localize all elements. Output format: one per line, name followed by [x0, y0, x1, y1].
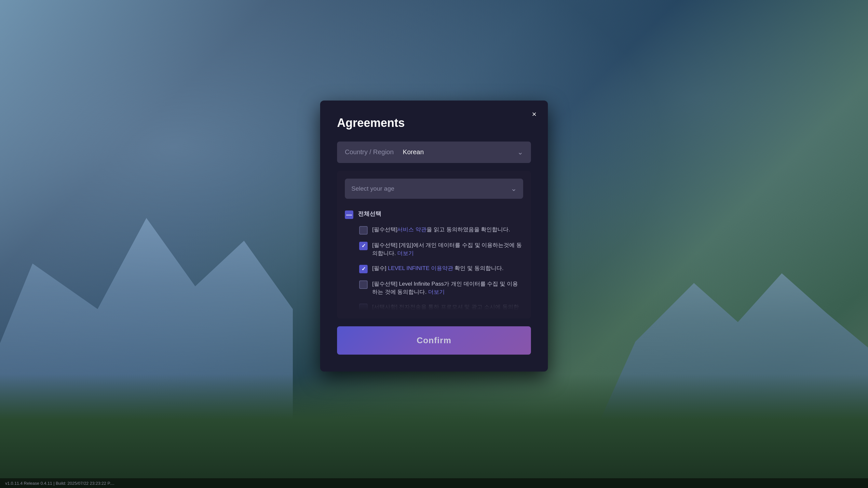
agreement-text-3: [필수] LEVEL INFINITE 이용약관 확인 및 동의합니다. — [372, 264, 523, 273]
agreement-text-1: [필수선택]서비스 약관을 읽고 동의하였음을 확인합니다. — [372, 225, 523, 234]
agreement-item-4[interactable]: [필수선택] Level Infinite Pass가 개인 데이터를 수집 및… — [345, 277, 523, 300]
country-region-dropdown[interactable]: Country / Region Korean ⌄ — [337, 142, 531, 163]
select-all-checkbox[interactable]: — — [345, 211, 353, 219]
agreement-link-2[interactable]: 더보기 — [397, 250, 414, 256]
agreement-checkbox-5[interactable] — [359, 304, 368, 311]
select-all-item[interactable]: — 전체선택 — [345, 207, 523, 222]
age-agreements-section: Select your age ⌄ — 전체선택 [필수선택]서비스 약관을 읽… — [337, 171, 531, 318]
agreements-dialog: × Agreements Country / Region Korean ⌄ S… — [320, 100, 548, 371]
checkmark-icon-3: ✓ — [362, 266, 366, 272]
agreement-text-4: [필수선택] Level Infinite Pass가 개인 데이터를 수집 및… — [372, 280, 523, 296]
agreement-checkbox-1[interactable] — [359, 226, 368, 235]
status-text: v1.0.11.4 Release 0.4.11 | Build: 2025/0… — [5, 481, 115, 486]
checkmark-icon-2: ✓ — [362, 243, 366, 249]
agreements-list: — 전체선택 [필수선택]서비스 약관을 읽고 동의하였음을 확인합니다. ✓ — [345, 207, 523, 311]
dialog-overlay: × Agreements Country / Region Korean ⌄ S… — [0, 0, 868, 488]
agreement-item-2[interactable]: ✓ [필수선택] [게임]에서 개인 데이터를 수집 및 이용하는것에 동의합니… — [345, 238, 523, 261]
agreement-text-2: [필수선택] [게임]에서 개인 데이터를 수집 및 이용하는것에 동의합니다.… — [372, 241, 523, 258]
country-region-left: Country / Region Korean — [345, 148, 424, 156]
age-chevron-icon: ⌄ — [511, 184, 517, 193]
agreement-checkbox-2[interactable]: ✓ — [359, 242, 368, 250]
chevron-down-icon: ⌄ — [517, 148, 523, 156]
confirm-button[interactable]: Confirm — [337, 326, 531, 355]
close-icon: × — [532, 110, 536, 118]
agreement-link-3[interactable]: LEVEL INFINITE 이용약관 — [388, 265, 453, 271]
age-dropdown[interactable]: Select your age ⌄ — [345, 179, 523, 199]
agreement-item-5[interactable]: [서택사항] 전자전송을 통하 프로모셔 및 광고 소시에 동의한 — [345, 300, 523, 311]
dialog-title: Agreements — [337, 116, 531, 130]
agreement-text-5: [서택사항] 전자전송을 통하 프로모셔 및 광고 소시에 동의한 — [372, 303, 523, 311]
close-button[interactable]: × — [528, 108, 540, 120]
agreement-item-3[interactable]: ✓ [필수] LEVEL INFINITE 이용약관 확인 및 동의합니다. — [345, 261, 523, 277]
agreement-checkbox-3[interactable]: ✓ — [359, 265, 368, 273]
minus-icon: — — [346, 212, 352, 218]
agreement-checkbox-4[interactable] — [359, 280, 368, 289]
agreement-link-4[interactable]: 더보기 — [428, 289, 445, 295]
age-placeholder: Select your age — [351, 185, 394, 192]
country-region-value: Korean — [403, 148, 424, 156]
status-bar: v1.0.11.4 Release 0.4.11 | Build: 2025/0… — [0, 478, 868, 488]
country-region-label: Country / Region — [345, 148, 394, 156]
select-all-label: 전체선택 — [358, 210, 381, 218]
agreement-link-1[interactable]: 서비스 약관 — [397, 226, 427, 233]
agreement-item-1[interactable]: [필수선택]서비스 약관을 읽고 동의하였음을 확인합니다. — [345, 222, 523, 238]
